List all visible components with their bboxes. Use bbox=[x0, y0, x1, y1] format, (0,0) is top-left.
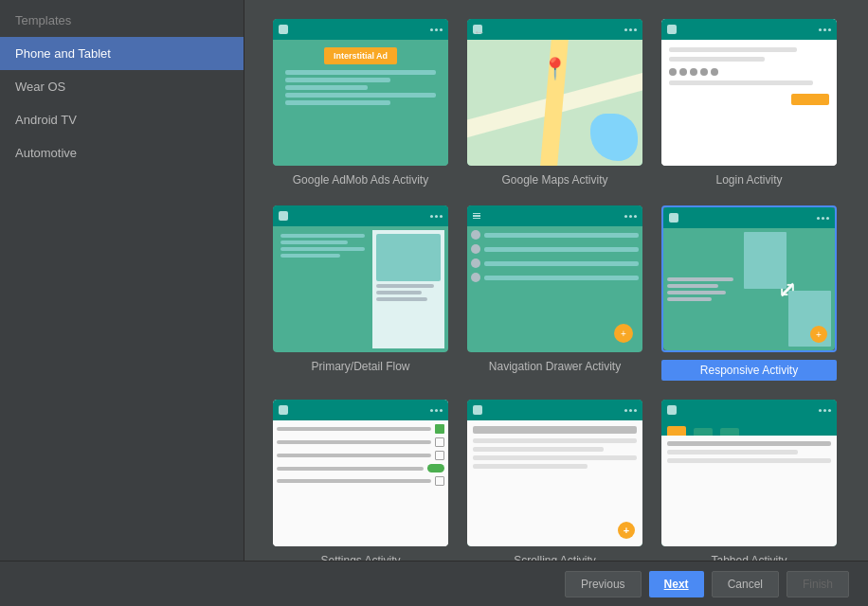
admob-mock: Interstitial Ad bbox=[273, 19, 448, 166]
maps-mock: ← 📍 bbox=[467, 19, 642, 166]
template-tabbed[interactable]: Tabbed Activity bbox=[661, 400, 837, 561]
maps-topbar-back: ← bbox=[473, 25, 482, 34]
content-area: Interstitial Ad Google AdMob Ads Activit… bbox=[244, 0, 868, 561]
login-topbar-back bbox=[667, 25, 677, 34]
primary-right bbox=[372, 230, 444, 348]
template-nav-label: Navigation Drawer Activity bbox=[489, 360, 621, 373]
template-primary-detail[interactable]: Primary/Detail Flow bbox=[273, 205, 448, 381]
diagonal-arrow-icon2: ↗ bbox=[778, 276, 797, 303]
main-layout: Templates Phone and Tablet Wear OS Andro… bbox=[0, 0, 868, 561]
template-login-label: Login Activity bbox=[715, 173, 782, 187]
login-btn bbox=[791, 94, 829, 105]
template-admob-thumb: Interstitial Ad bbox=[273, 19, 448, 166]
responsive-body: ↗ ↗ + bbox=[663, 228, 835, 350]
nav-fab: + bbox=[614, 324, 633, 343]
settings-topbar bbox=[273, 400, 448, 420]
map-water bbox=[590, 114, 638, 161]
maps-topbar-dots bbox=[624, 28, 637, 31]
primary-mock bbox=[273, 205, 448, 352]
sidebar-item-phone-tablet[interactable]: Phone and Tablet bbox=[0, 37, 244, 70]
template-responsive[interactable]: ↗ ↗ + Responsive Activity bbox=[661, 205, 837, 381]
template-responsive-thumb: ↗ ↗ + bbox=[661, 205, 837, 352]
scroll-fab: + bbox=[618, 522, 635, 539]
template-settings-label: Settings Activity bbox=[320, 554, 400, 561]
primary-topbar bbox=[273, 205, 448, 226]
template-tabbed-thumb bbox=[661, 400, 837, 546]
next-button[interactable]: Next bbox=[649, 571, 704, 597]
cancel-button[interactable]: Cancel bbox=[712, 571, 779, 597]
sidebar-item-android-tv[interactable]: Android TV bbox=[0, 103, 244, 136]
sidebar-item-automotive[interactable]: Automotive bbox=[0, 136, 244, 169]
tabbed-topbar bbox=[661, 400, 837, 420]
previous-button[interactable]: Previous bbox=[565, 571, 642, 597]
template-maps-label: Google Maps Activity bbox=[501, 173, 607, 187]
primary-left bbox=[277, 230, 369, 348]
template-admob[interactable]: Interstitial Ad Google AdMob Ads Activit… bbox=[273, 19, 448, 187]
sidebar: Templates Phone and Tablet Wear OS Andro… bbox=[0, 0, 244, 561]
scrolling-topbar bbox=[467, 400, 642, 420]
template-nav-drawer[interactable]: + Navigation Drawer Activity bbox=[467, 205, 642, 381]
maps-body: 📍 bbox=[467, 40, 642, 166]
template-primary-detail-thumb bbox=[273, 205, 448, 352]
sidebar-item-wear-os[interactable]: Wear OS bbox=[0, 70, 244, 103]
template-scrolling-thumb: + bbox=[467, 400, 642, 546]
sidebar-header: Templates bbox=[0, 0, 244, 37]
template-admob-label: Google AdMob Ads Activity bbox=[293, 173, 428, 187]
template-maps[interactable]: ← 📍 Google Maps Activi bbox=[467, 19, 642, 187]
primary-body bbox=[273, 226, 448, 352]
bottom-bar: Previous Next Cancel Finish bbox=[0, 561, 868, 606]
login-mock bbox=[661, 19, 837, 166]
tabbed-body bbox=[661, 436, 837, 546]
nav-mock: + bbox=[467, 205, 642, 352]
template-scrolling-label: Scrolling Activity bbox=[514, 554, 596, 561]
admob-lines bbox=[285, 70, 436, 105]
maps-topbar: ← bbox=[467, 19, 642, 40]
login-body bbox=[661, 40, 837, 166]
responsive-topbar bbox=[663, 207, 835, 228]
nav-body: + bbox=[467, 226, 642, 352]
admob-topbar-home bbox=[279, 25, 288, 34]
nav-topbar bbox=[467, 205, 642, 226]
template-login[interactable]: Login Activity bbox=[661, 19, 837, 187]
template-tabbed-label: Tabbed Activity bbox=[711, 554, 787, 561]
map-pin: 📍 bbox=[542, 57, 568, 81]
template-nav-drawer-thumb: + bbox=[467, 205, 642, 352]
template-responsive-label: Responsive Activity bbox=[661, 360, 837, 381]
template-login-thumb bbox=[661, 19, 837, 166]
template-settings-thumb bbox=[273, 400, 448, 546]
template-settings[interactable]: Settings Activity bbox=[273, 400, 448, 561]
responsive-mock: ↗ ↗ + bbox=[663, 207, 835, 350]
login-topbar bbox=[661, 19, 837, 40]
admob-ad-banner: Interstitial Ad bbox=[324, 47, 397, 64]
settings-body bbox=[273, 420, 448, 546]
admob-topbar-dots bbox=[430, 28, 443, 31]
template-maps-thumb: ← 📍 bbox=[467, 19, 642, 166]
finish-button[interactable]: Finish bbox=[787, 571, 849, 597]
admob-topbar bbox=[273, 19, 448, 40]
scrolling-body: + bbox=[467, 420, 642, 546]
tabbed-tabbar bbox=[661, 420, 837, 436]
login-stars bbox=[669, 68, 829, 76]
template-primary-label: Primary/Detail Flow bbox=[311, 360, 409, 373]
responsive-fab: + bbox=[810, 326, 827, 343]
template-scrolling[interactable]: + Scrolling Activity bbox=[467, 400, 642, 561]
admob-body: Interstitial Ad bbox=[273, 40, 448, 166]
login-topbar-dots bbox=[819, 28, 831, 31]
